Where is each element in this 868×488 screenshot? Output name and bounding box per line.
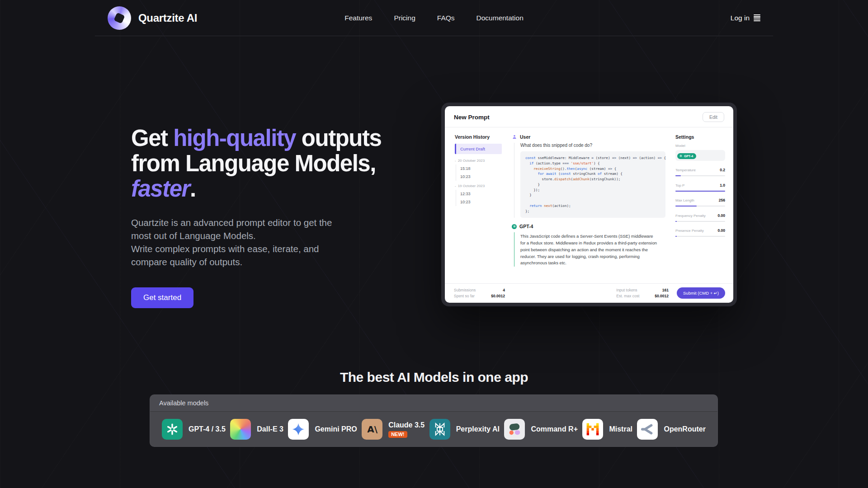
cohere-icon (504, 419, 525, 440)
brand-logo-icon (108, 6, 131, 30)
menu-icon (754, 14, 760, 22)
version-history-panel: Version History Current Draft - 20 Octob… (455, 134, 502, 281)
available-models-title: Available models (150, 395, 717, 412)
model-item-command-r: Command R+ (504, 419, 578, 440)
user-question[interactable]: What does this snipped of code do? (520, 143, 665, 148)
top-nav: Quartzite AI Features Pricing FAQs Docum… (0, 0, 868, 36)
claude-icon: A\ (362, 419, 382, 440)
version-history-title: Version History (455, 134, 502, 140)
gpt4-role-label: GPT-4 (519, 224, 533, 229)
openai-icon (162, 419, 183, 440)
model-item-mistral: Mistral (582, 419, 632, 440)
brand[interactable]: Quartzite AI (108, 6, 344, 30)
openai-mini-icon (679, 154, 683, 158)
available-models-bar: Available models GPT-4 / 3.5 Dall-E 3 (150, 394, 718, 447)
gemini-icon (288, 419, 309, 440)
model-item-gpt4: GPT-4 / 3.5 (162, 419, 226, 440)
version-group-date[interactable]: - 19 October 2023 (455, 184, 502, 188)
edit-button[interactable]: Edit (703, 112, 724, 122)
model-value: GPT-4 (684, 155, 693, 158)
perplexity-icon (429, 419, 450, 440)
brand-name: Quartzite AI (138, 12, 197, 24)
nav-link-documentation[interactable]: Documentation (476, 14, 524, 22)
footer-stats-left: Submissions 4 Spent so far $0.0012 (454, 288, 505, 298)
dalle-icon (230, 419, 251, 440)
slider-top-p[interactable]: Top P 1.0 (675, 183, 725, 192)
version-current-draft[interactable]: Current Draft (455, 144, 502, 154)
get-started-button[interactable]: Get started (131, 287, 193, 308)
app-screenshot-frame: New Prompt Edit Version History Current … (441, 103, 737, 306)
model-label: Model (675, 144, 725, 148)
version-item[interactable]: 12:33 (460, 190, 502, 198)
footer-stats-right: Input tokens 161 Est. max cost $0.0012 (616, 288, 669, 298)
version-group-date[interactable]: - 20 October 2023 (455, 159, 502, 163)
hero-title: Get high-quality outputs from Language M… (131, 126, 420, 202)
login-button[interactable]: Log in (731, 14, 760, 22)
gpt4-icon (512, 224, 517, 229)
code-block[interactable]: const sseMiddleware: Middleware = (store… (520, 151, 665, 218)
settings-title: Settings (675, 134, 725, 140)
svg-text:A\: A\ (368, 424, 378, 435)
nav-link-features[interactable]: Features (344, 14, 372, 22)
models-heading: The best AI Models in one app (0, 370, 868, 385)
collapse-icon: - (455, 184, 456, 188)
model-item-gemini: Gemini PRO (288, 419, 357, 440)
nav-link-faqs[interactable]: FAQs (437, 14, 455, 22)
hero-description: Quartzite is an advanced prompt editor t… (131, 216, 344, 268)
hero-highlight-italic: faster (131, 176, 190, 202)
model-item-dalle: Dall-E 3 (230, 419, 283, 440)
version-item[interactable]: 15:18 (460, 164, 502, 173)
prompt-editor-card: New Prompt Edit Version History Current … (445, 106, 733, 303)
nav-link-pricing[interactable]: Pricing (394, 14, 415, 22)
slider-presence-penalty[interactable]: Presence Penalty 0.00 (675, 228, 725, 237)
hero-highlight: high-quality (173, 125, 296, 151)
prompt-title: New Prompt (454, 114, 490, 121)
openrouter-icon (637, 419, 658, 440)
slider-temperature[interactable]: Temperature 0.2 (675, 168, 725, 176)
user-role-label: User (520, 134, 530, 140)
collapse-icon: - (455, 159, 456, 163)
new-badge: NEW! (388, 431, 407, 438)
nav-links: Features Pricing FAQs Documentation (344, 14, 524, 22)
gpt4-response-text: This JavaScript code defines a Server-Se… (520, 232, 658, 267)
model-pill: GPT-4 (677, 153, 696, 159)
version-item[interactable]: 10:23 (460, 173, 502, 181)
login-label: Log in (731, 14, 750, 22)
hero-section: Get high-quality outputs from Language M… (131, 126, 420, 308)
submit-button[interactable]: Submit (CMD + ↵) (677, 287, 725, 299)
settings-panel: Settings Model GPT-4 (675, 134, 725, 281)
slider-frequency-penalty[interactable]: Frequency Penalty 0.00 (675, 213, 725, 222)
model-item-perplexity: Perplexity AI (429, 419, 500, 440)
model-item-claude: A\ Claude 3.5 NEW! (362, 419, 425, 440)
app-footer: Submissions 4 Spent so far $0.0012 Input… (445, 283, 733, 303)
slider-max-length[interactable]: Max Length 256 (675, 198, 725, 206)
model-select[interactable]: GPT-4 (675, 150, 725, 161)
model-item-openrouter: OpenRouter (637, 419, 705, 440)
version-item[interactable]: 10:23 (460, 198, 502, 206)
user-icon (512, 134, 517, 140)
mistral-icon (582, 419, 603, 440)
chat-panel: User What does this snipped of code do? … (512, 134, 665, 281)
